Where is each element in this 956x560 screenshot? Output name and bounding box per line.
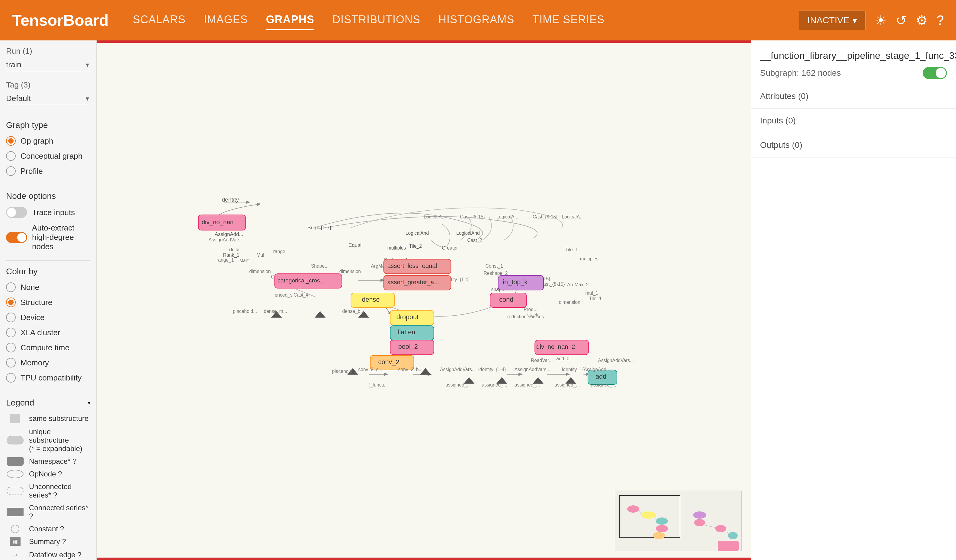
nav-scalars[interactable]: SCALARS — [133, 10, 186, 30]
legend-unconnected-shape — [6, 487, 24, 495]
refresh-icon[interactable]: ↺ — [896, 13, 907, 28]
color-structure-label: Structure — [20, 298, 52, 307]
inputs-title: Inputs (0) — [760, 116, 796, 125]
node-mul1: mul_1 — [585, 290, 598, 296]
node-conv2c: conv_2_c... — [358, 367, 382, 372]
node-dense-b: dense_b... — [342, 309, 364, 314]
node-dense-m: dense_m... — [264, 309, 287, 314]
node-label-assign1: AssignAdd... — [215, 231, 243, 237]
node-argmax2: ArgMax_2 — [567, 282, 588, 287]
legend-unique-label: unique substructure(* = expandable) — [29, 428, 90, 453]
node-stack: stack — [527, 312, 538, 317]
nav-graphs[interactable]: GRAPHS — [266, 10, 314, 30]
legend-unique-substructure: unique substructure(* = expandable) — [6, 428, 90, 453]
legend-header[interactable]: Legend ▾ — [6, 398, 90, 408]
color-xla-cluster-circle — [6, 328, 16, 337]
legend-namespace-label: Namespace* ? — [29, 457, 76, 466]
node-placeholdconv: placehold... — [332, 369, 356, 374]
trace-inputs-toggle-item: Trace inputs — [6, 207, 90, 218]
node-assert-greater-text: assert_greater_a... — [387, 279, 439, 286]
node-assignadd2: AssignAddVars... — [598, 358, 634, 363]
color-xla-cluster-label: XLA cluster — [20, 328, 60, 337]
legend-unique-shape — [6, 436, 24, 444]
tag-select-wrapper: Default ▾ — [6, 92, 90, 105]
node-logicala-1: LogicalA... — [424, 214, 446, 220]
legend-summary-icon: ▦ — [13, 538, 18, 545]
color-device[interactable]: Device — [6, 312, 90, 322]
radio-op-graph[interactable]: Op graph — [6, 136, 90, 146]
settings-icon[interactable]: ⚙ — [916, 13, 928, 28]
legend-namespace-shape — [6, 457, 24, 466]
graph-area[interactable]: Identity AssignAdd... AssignAddVars... S… — [97, 41, 751, 560]
node-add0: add_0 — [556, 356, 569, 361]
node-assignaddvars2: AssignAddVars... — [440, 367, 476, 372]
node-categorical-cross-text: categorical_cros... — [277, 277, 325, 284]
collapsed-node-2[interactable] — [314, 311, 325, 318]
graph-svg: Identity AssignAdd... AssignAddVars... S… — [97, 41, 751, 560]
color-xla-cluster[interactable]: XLA cluster — [6, 328, 90, 337]
radio-profile-label: Profile — [20, 166, 43, 176]
node-assigned3: assigned_... — [514, 382, 540, 388]
divider-4 — [6, 392, 90, 392]
node-in-top-k-text: in_top_k — [503, 278, 528, 286]
nav-histograms[interactable]: HISTOGRAMS — [439, 10, 514, 30]
node-reduction: reduction_indices — [507, 314, 544, 320]
legend-summary: ▦ Summary ? — [6, 537, 90, 546]
color-tpu[interactable]: TPU compatibility — [6, 373, 90, 383]
nav-links: SCALARS IMAGES GRAPHS DISTRIBUTIONS HIST… — [133, 10, 799, 30]
color-memory[interactable]: Memory — [6, 358, 90, 367]
top-nav: TensorBoard SCALARS IMAGES GRAPHS DISTRI… — [0, 0, 956, 41]
node-encdcast: enced_slCast_4 — [275, 292, 308, 298]
main-layout: Run (1) train ▾ Tag (3) Default ▾ Graph … — [0, 41, 956, 560]
run-label: Run (1) — [6, 47, 90, 56]
legend-unconnected: Unconnected series* ? — [6, 482, 90, 499]
node-prod-label: Prod... — [524, 307, 538, 312]
attributes-title: Attributes (0) — [760, 91, 808, 101]
node-assignaddvars3: AssignAddVars... — [514, 367, 550, 372]
radio-conceptual-graph[interactable]: Conceptual graph — [6, 151, 90, 161]
trace-inputs-label: Trace inputs — [32, 208, 75, 217]
panel-inputs: Inputs (0) — [751, 108, 956, 133]
node-assigned5: assigned_... — [591, 382, 616, 388]
node-id-1-4-2: Identity_1{AssignAdd... — [561, 367, 610, 372]
panel-header: __function_library__pipeline_stage_1_fun… — [751, 41, 956, 62]
auto-extract-toggle[interactable] — [6, 232, 27, 243]
color-tpu-label: TPU compatibility — [20, 373, 82, 383]
inactive-label: INACTIVE — [807, 15, 849, 25]
minimap[interactable] — [615, 491, 742, 551]
outputs-title: Outputs (0) — [760, 140, 802, 150]
trace-inputs-toggle[interactable] — [6, 207, 27, 218]
node-conv2b: conv_2_b... — [398, 367, 423, 372]
tag-section: Tag (3) Default ▾ — [6, 80, 90, 105]
legend-constant-circle — [11, 525, 19, 533]
node-logicala-2: LogicalA... — [497, 214, 519, 220]
graph-type-title: Graph type — [6, 121, 90, 130]
inactive-button[interactable]: INACTIVE ▾ — [799, 11, 865, 30]
legend-constant-label: Constant ? — [29, 525, 64, 533]
radio-profile[interactable]: Profile — [6, 166, 90, 176]
node-tile-2: Tile_2 — [409, 243, 422, 249]
subgraph-toggle[interactable] — [923, 67, 947, 79]
color-none[interactable]: None — [6, 282, 90, 292]
panel-title: __function_library__pipeline_stage_1_fun… — [760, 50, 956, 62]
minimap-node-6 — [693, 511, 706, 519]
legend-opnode-shape — [6, 470, 24, 478]
node-assigned1: assigned_... — [445, 382, 471, 388]
tag-select[interactable]: Default — [6, 92, 90, 105]
legend-unconnected-label: Unconnected series* ? — [29, 482, 90, 499]
color-structure[interactable]: Structure — [6, 298, 90, 307]
node-multiples2: multiples — [580, 256, 599, 261]
legend-connected: Connected series* ? — [6, 504, 90, 521]
node-cast-1: Cast_{8-15} — [460, 214, 485, 220]
nav-images[interactable]: IMAGES — [204, 10, 248, 30]
color-compute-time[interactable]: Compute time — [6, 343, 90, 352]
brightness-icon[interactable]: ☀ — [875, 13, 887, 28]
run-select[interactable]: train — [6, 58, 90, 71]
minimap-node-3 — [656, 518, 668, 525]
nav-distributions[interactable]: DISTRIBUTIONS — [332, 10, 420, 30]
color-memory-label: Memory — [20, 358, 49, 367]
node-dim: dimension — [249, 269, 270, 274]
nav-time-series[interactable]: TIME SERIES — [532, 10, 605, 30]
help-icon[interactable]: ? — [937, 13, 944, 28]
radio-op-graph-circle — [6, 136, 16, 146]
